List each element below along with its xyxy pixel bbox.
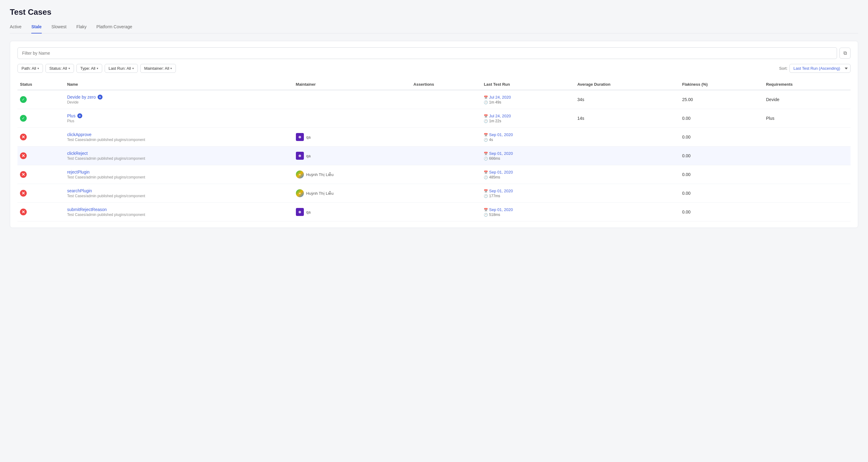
last-run-dropdown[interactable]: Last Run: All ▾ [105, 64, 138, 73]
col-maintainer: Maintainer [293, 79, 411, 90]
last-test-run-cell: 📅 Jul 24, 2020 🕐 1m 49s [481, 90, 575, 109]
avg-duration-cell [575, 184, 680, 203]
calendar-icon: 📅 [484, 171, 489, 174]
requirements-cell: Plus [764, 109, 850, 128]
tab-active[interactable]: Active [10, 22, 22, 33]
calendar-icon: 📅 [484, 133, 489, 137]
chevron-down-icon: ▾ [132, 67, 134, 70]
name-cell: submitRejectReason Test Cases/admin publ… [65, 203, 293, 222]
requirements-cell [764, 165, 850, 184]
flakiness-cell: 0.00 [680, 184, 764, 203]
table-row: ✕ clickReject Test Cases/admin published… [18, 147, 850, 165]
clock-icon: 🕐 [484, 175, 489, 179]
assertions-cell [411, 165, 481, 184]
name-cell: clickApprove Test Cases/admin published … [65, 128, 293, 147]
status-cell: ✕ [18, 203, 65, 222]
requirements-cell [764, 203, 850, 222]
maintainer-name: qa [306, 153, 311, 158]
type-dropdown[interactable]: Type: All ▾ [76, 64, 102, 73]
flakiness-value: 0.00 [682, 135, 691, 140]
copy-button[interactable]: ⧉ [839, 48, 850, 59]
col-last-test-run: Last Test Run [481, 79, 575, 90]
filter-by-name-input[interactable] [18, 47, 837, 59]
status-dropdown[interactable]: Status: All ▾ [45, 64, 74, 73]
tab-flaky[interactable]: Flaky [76, 22, 87, 33]
test-run-duration: 🕐 666ms [484, 156, 572, 161]
maintainer-qa-avatar: ⊕ [296, 133, 304, 141]
requirements-value: Devide [766, 97, 780, 102]
maintainer-qa-avatar: ⊕ [296, 152, 304, 160]
tab-stale[interactable]: Stale [31, 22, 41, 33]
col-flakiness: Flakiness (%) [680, 79, 764, 90]
flakiness-value: 0.00 [682, 172, 691, 177]
last-test-run-cell: 📅 Sep 01, 2020 🕐 666ms [481, 147, 575, 165]
col-name: Name [65, 79, 293, 90]
clock-icon: 🕐 [484, 157, 489, 160]
test-run-duration: 🕐 4s [484, 138, 572, 142]
status-cell: ✕ [18, 165, 65, 184]
name-cell: rejectPlugin Test Cases/admin published … [65, 165, 293, 184]
chevron-down-icon: ▾ [97, 67, 98, 70]
maintainer-name: Huỳnh Thị Liễu [306, 172, 334, 177]
test-name-link[interactable]: searchPlugin [67, 188, 291, 193]
maintainer-huynh-avatar: H [296, 189, 304, 197]
flakiness-value: 0.00 [682, 116, 691, 121]
flakiness-value: 0.00 [682, 209, 691, 214]
table-row: ✓ Plus ⊕ Plus 📅 Jul 24, 2020 🕐 1m 22s 14… [18, 109, 850, 128]
sort-select[interactable]: Last Test Run (Ascending) Last Test Run … [789, 64, 850, 73]
requirements-cell [764, 147, 850, 165]
chevron-down-icon: ▾ [37, 67, 39, 70]
test-run-duration: 🕐 177ms [484, 194, 572, 198]
test-name-link[interactable]: clickApprove [67, 132, 291, 137]
clock-icon: 🕐 [484, 119, 489, 123]
platform-globe-icon: ⊕ [78, 113, 82, 118]
maintainer-dropdown[interactable]: Maintainer: All ▾ [140, 64, 176, 73]
test-name-link[interactable]: submitRejectReason [67, 207, 291, 212]
status-cell: ✓ [18, 90, 65, 109]
calendar-icon: 📅 [484, 208, 489, 212]
dropdowns-row: Path: All ▾ Status: All ▾ Type: All ▾ La… [18, 64, 850, 73]
test-run-duration: 🕐 1m 49s [484, 100, 572, 105]
clock-icon: 🕐 [484, 213, 489, 216]
avg-duration-cell [575, 128, 680, 147]
test-name-link[interactable]: Devide by zero ⊕ [67, 95, 291, 99]
path-dropdown[interactable]: Path: All ▾ [18, 64, 43, 73]
maintainer-name: qa [306, 210, 311, 214]
test-cases-table: Status Name Maintainer Assertions Last T… [18, 79, 850, 222]
col-requirements: Requirements [764, 79, 850, 90]
test-run-duration: 🕐 518ms [484, 212, 572, 217]
requirements-value: Plus [766, 116, 774, 121]
name-cell: searchPlugin Test Cases/admin published … [65, 184, 293, 203]
last-test-run-cell: 📅 Sep 01, 2020 🕐 177ms [481, 184, 575, 203]
flakiness-cell: 0.00 [680, 203, 764, 222]
status-cell: ✓ [18, 109, 65, 128]
table-header-row: Status Name Maintainer Assertions Last T… [18, 79, 850, 90]
chevron-down-icon: ▾ [68, 67, 70, 70]
avg-duration-cell: 14s [575, 109, 680, 128]
maintainer-cell: ⊕ qa [293, 147, 411, 165]
col-status: Status [18, 79, 65, 90]
tab-slowest[interactable]: Slowest [52, 22, 67, 33]
name-cell: clickReject Test Cases/admin published p… [65, 147, 293, 165]
calendar-icon: 📅 [484, 114, 489, 118]
maintainer-cell: H Huỳnh Thị Liễu [293, 184, 411, 203]
tab-platform-coverage[interactable]: Platform Coverage [96, 22, 132, 33]
flakiness-cell: 0.00 [680, 109, 764, 128]
clock-icon: 🕐 [484, 100, 489, 104]
maintainer-cell: ⊕ qa [293, 203, 411, 222]
requirements-cell [764, 184, 850, 203]
flakiness-cell: 0.00 [680, 128, 764, 147]
assertions-cell [411, 184, 481, 203]
test-name-link[interactable]: Plus ⊕ [67, 113, 291, 118]
maintainer-cell: H Huỳnh Thị Liễu [293, 165, 411, 184]
flakiness-value: 0.00 [682, 153, 691, 158]
test-path: Devide [67, 100, 291, 105]
test-run-date: 📅 Sep 01, 2020 [484, 170, 572, 174]
avg-duration-cell [575, 165, 680, 184]
test-name-link[interactable]: clickReject [67, 151, 291, 156]
avg-duration-cell [575, 203, 680, 222]
calendar-icon: 📅 [484, 152, 489, 155]
table-row: ✕ rejectPlugin Test Cases/admin publishe… [18, 165, 850, 184]
tabs-bar: Active Stale Slowest Flaky Platform Cove… [10, 22, 858, 33]
test-name-link[interactable]: rejectPlugin [67, 170, 291, 174]
